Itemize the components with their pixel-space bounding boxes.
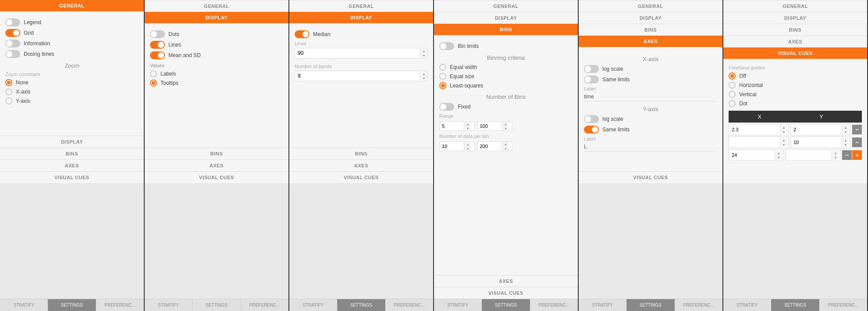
radio-labels-btn[interactable] [150,70,157,77]
xy-row0-x-input[interactable] [730,126,780,133]
radio-yaxis-btn[interactable] [5,98,12,105]
header-axes-5[interactable]: AXES [579,36,722,47]
xy-row1-y-up[interactable]: ▲ [842,138,849,142]
level-input[interactable] [295,48,420,58]
xy-row0-y-up[interactable]: ▲ [842,125,849,130]
dpb-max-field[interactable] [478,142,502,150]
yaxis-label-input[interactable] [584,144,717,150]
header-general-1[interactable]: GENERAL [0,0,144,11]
fixed-toggle[interactable] [439,103,454,111]
header-display-4[interactable]: DISPLAY [434,12,578,24]
tab4-settings[interactable]: SETTINGS [482,299,530,311]
header-display-1[interactable]: DISPLAY [0,136,144,148]
radio-labels[interactable]: Labels [150,70,283,77]
radio-vertical-btn[interactable] [729,91,736,98]
xy-row1-x-input[interactable] [730,139,780,146]
header-bins-6[interactable]: BINS [723,24,867,36]
xy-row2-y-input[interactable] [787,152,832,159]
median-toggle[interactable] [295,30,310,38]
tab4-preferences[interactable]: PREFERENC... [530,299,578,311]
radio-equal-width-btn[interactable] [439,64,446,71]
radio-equal-width[interactable]: Equal width [439,64,573,71]
yaxis-samelimits-toggle[interactable] [584,126,599,134]
tab1-preferences[interactable]: PREFERENC... [96,299,144,311]
xy-row2-remove-btn[interactable]: − [842,150,852,160]
radio-dot-btn[interactable] [729,100,736,107]
radio-least-squares-btn[interactable] [439,82,446,89]
radio-off[interactable]: Off [729,72,862,80]
xy-row0-y-down[interactable]: ▼ [842,130,849,134]
header-visualcues-1[interactable]: VISUAL CUES [0,171,144,183]
header-bins-2[interactable]: BINS [145,148,288,159]
range-max-up[interactable]: ▲ [502,122,509,126]
dosing-toggle[interactable] [5,50,20,58]
tab5-settings[interactable]: SETTINGS [627,299,675,311]
radio-equal-size[interactable]: Equal size [439,73,573,80]
xy-row2-x-input[interactable] [730,152,775,159]
tab2-settings[interactable]: SETTINGS [193,299,241,311]
dpb-max-up[interactable]: ▲ [502,142,509,146]
radio-off-btn[interactable] [729,72,736,80]
tab3-stratify[interactable]: STRATIFY [289,299,337,311]
yaxis-log-toggle[interactable] [584,115,599,123]
xy-row1-remove-btn[interactable]: − [852,137,862,147]
header-axes-3[interactable]: AXES [289,159,433,171]
radio-dot[interactable]: Dot [729,100,862,107]
header-axes-1[interactable]: AXES [0,159,144,171]
header-bins-4[interactable]: BINS [434,24,578,35]
tab3-preferences[interactable]: PREFERENC... [386,299,433,311]
header-general-6[interactable]: GENERAL [723,0,867,12]
radio-xaxis-btn[interactable] [5,88,12,95]
header-visualcues-2[interactable]: VISUAL CUES [145,171,288,183]
xy-row1-y-down[interactable]: ▼ [842,142,849,147]
tab1-stratify[interactable]: STRATIFY [0,299,48,311]
radio-least-squares[interactable]: Least-squares [439,82,573,89]
xy-row2-y-up[interactable]: ▲ [832,151,839,155]
xy-row0-x-down[interactable]: ▼ [780,130,788,134]
header-bins-3[interactable]: BINS [289,148,433,159]
legend-toggle[interactable] [5,18,20,26]
radio-equal-size-btn[interactable] [439,73,446,80]
xy-row1-y-input[interactable] [792,139,842,146]
radio-vertical[interactable]: Vertical [729,91,862,98]
radio-none[interactable]: None [5,79,139,86]
tab2-stratify[interactable]: STRATIFY [145,299,193,311]
radio-none-btn[interactable] [5,79,12,86]
xy-row2-add-btn[interactable]: + [852,150,862,160]
xy-row1-x-up[interactable]: ▲ [780,138,788,142]
level-down-btn[interactable]: ▼ [420,53,427,58]
xy-row2-x-up[interactable]: ▲ [775,151,782,155]
xy-row1-x-down[interactable]: ▼ [780,142,788,147]
level-up-btn[interactable]: ▲ [420,49,427,53]
radio-tooltips-btn[interactable] [150,80,157,87]
header-general-2[interactable]: GENERAL [145,0,288,12]
header-visualcues-5[interactable]: VISUAL CUES [579,171,722,183]
tab5-preferences[interactable]: PREFERENC... [675,299,722,311]
tab2-preferences[interactable]: PREFERENC... [241,299,288,311]
range-min-down[interactable]: ▼ [464,126,471,130]
header-display-3[interactable]: DISPLAY [289,12,433,23]
tab3-settings[interactable]: SETTINGS [337,299,385,311]
header-visualcues-4[interactable]: VISUAL CUES [434,287,578,299]
xy-row0-y-input[interactable] [792,126,842,133]
radio-yaxis[interactable]: Y-axis [5,98,139,105]
range-max-field[interactable] [478,122,502,130]
header-display-5[interactable]: DISPLAY [579,12,722,24]
lines-toggle[interactable] [150,41,165,49]
tab1-settings[interactable]: SETTINGS [48,299,96,311]
tab5-stratify[interactable]: STRATIFY [579,299,627,311]
header-visualcues-3[interactable]: VISUAL CUES [289,171,433,183]
header-general-4[interactable]: GENERAL [434,0,578,12]
dpb-min-up[interactable]: ▲ [464,142,471,146]
header-general-5[interactable]: GENERAL [579,0,722,12]
radio-xaxis[interactable]: X-axis [5,88,139,95]
dpb-min-down[interactable]: ▼ [464,146,471,151]
header-visualcues-6[interactable]: VISUAL CUES [723,47,867,59]
information-toggle[interactable] [5,40,20,47]
tab6-preferences[interactable]: PREFERENC... [820,299,867,311]
bands-up-btn[interactable]: ▲ [420,72,427,76]
header-display-6[interactable]: DISPLAY [723,12,867,24]
xaxis-samelimits-toggle[interactable] [584,76,599,83]
header-axes-4[interactable]: AXES [434,275,578,287]
mean-sd-toggle[interactable] [150,51,165,59]
